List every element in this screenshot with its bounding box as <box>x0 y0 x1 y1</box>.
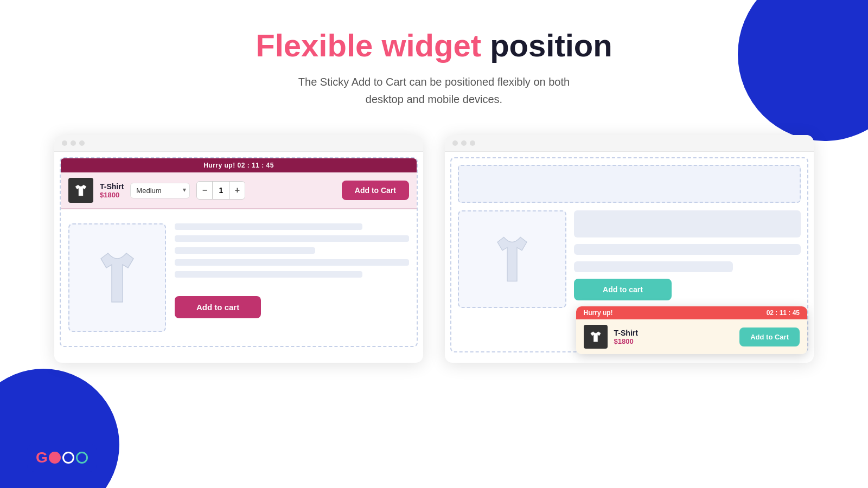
left-page-content: Add to cart <box>61 209 417 346</box>
r-dot-2 <box>461 140 467 146</box>
left-content-area: Add to cart <box>68 217 409 338</box>
left-sticky-product-bar: T-Shirt $1800 Medium Small Large − <box>61 172 417 209</box>
left-product-image-placeholder <box>68 223 166 332</box>
logo-circle-teal <box>76 452 88 464</box>
right-sticky-add-to-cart-btn[interactable]: Add to Cart <box>739 328 800 346</box>
qty-increase-btn[interactable]: + <box>229 182 245 199</box>
right-top-placeholder <box>458 165 801 203</box>
variant-select[interactable]: Medium Small Large <box>130 183 190 198</box>
right-dashed-border: Add to cart Hurry up! 02 : 11 : 45 <box>450 157 808 352</box>
left-page-add-to-cart-btn[interactable]: Add to cart <box>175 296 261 318</box>
right-product-image-placeholder <box>458 210 566 308</box>
text-line-4 <box>175 259 409 266</box>
qty-value: 1 <box>212 182 229 199</box>
qty-control: − 1 + <box>196 181 245 200</box>
left-hurry-bar: Hurry up! 02 : 11 : 45 <box>61 158 417 172</box>
browser-bar-left <box>54 135 423 152</box>
right-product-info: T-Shirt $1800 <box>614 329 638 345</box>
text-line-3 <box>175 247 315 254</box>
right-hurry-bar: Hurry up! 02 : 11 : 45 <box>576 306 807 319</box>
text-line-1 <box>175 223 362 230</box>
logo-circle-red <box>49 452 61 464</box>
logo-area: G <box>27 444 97 472</box>
left-page-add-to-cart-wrapper: Add to cart <box>175 291 409 318</box>
text-line-5 <box>175 271 362 278</box>
mockups-row: Hurry up! 02 : 11 : 45 T-Shirt $1800 <box>0 135 868 363</box>
dot-3 <box>79 140 85 146</box>
right-sticky-bar-wrapper: Hurry up! 02 : 11 : 45 T-Shirt $1800 <box>576 306 807 354</box>
text-line-2 <box>175 235 409 242</box>
logo-circle-outline <box>62 452 74 464</box>
left-product-thumb <box>68 178 93 203</box>
r-dot-3 <box>470 140 475 146</box>
variant-select-wrapper[interactable]: Medium Small Large <box>130 183 190 198</box>
page-subtitle: The Sticky Add to Cart can be positioned… <box>298 73 570 108</box>
dot-1 <box>62 140 67 146</box>
logo-letter: G <box>36 449 48 466</box>
logo-circles <box>49 452 88 464</box>
right-product-thumb <box>584 325 608 349</box>
r-dot-1 <box>452 140 458 146</box>
dot-2 <box>71 140 76 146</box>
right-mockup-window: Add to cart Hurry up! 02 : 11 : 45 <box>445 135 814 363</box>
right-text-block-3 <box>574 261 733 272</box>
logo: G <box>27 444 97 472</box>
right-teal-add-to-cart-btn[interactable]: Add to cart <box>574 279 672 300</box>
qty-decrease-btn[interactable]: − <box>197 182 212 199</box>
browser-bar-right <box>445 135 814 152</box>
left-dashed-border: Hurry up! 02 : 11 : 45 T-Shirt $1800 <box>60 157 418 347</box>
right-text-block-2 <box>574 244 801 255</box>
left-mockup-window: Hurry up! 02 : 11 : 45 T-Shirt $1800 <box>54 135 423 363</box>
right-text-col: Add to cart <box>574 210 801 308</box>
page-title: Flexible widget position <box>256 27 612 63</box>
left-sticky-add-to-cart-btn[interactable]: Add to Cart <box>342 181 409 200</box>
left-text-area: Add to cart <box>175 223 409 332</box>
right-text-block-1 <box>574 210 801 237</box>
right-content-area: Add to cart <box>458 210 801 308</box>
right-sticky-product-row: T-Shirt $1800 Add to Cart <box>576 319 807 354</box>
left-product-info: T-Shirt $1800 <box>100 182 124 199</box>
